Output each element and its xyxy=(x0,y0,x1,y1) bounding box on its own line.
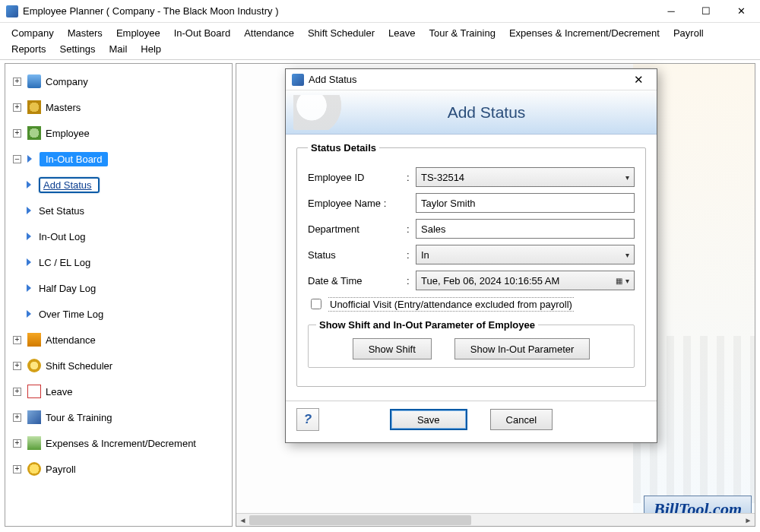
minimize-button[interactable]: ─ xyxy=(654,0,689,23)
expand-icon[interactable]: + xyxy=(13,413,21,422)
arrow-icon xyxy=(27,207,31,214)
tree-node-payroll[interactable]: +Payroll xyxy=(10,456,229,482)
collapse-icon[interactable]: – xyxy=(13,155,21,163)
window-title: Employee Planner ( Company - The Black M… xyxy=(23,5,654,17)
scroll-right-icon[interactable]: ► xyxy=(742,514,755,527)
close-button[interactable]: ✕ xyxy=(724,0,758,23)
tree-node-inout-board[interactable]: –In-Out Board xyxy=(10,146,229,172)
tree-node-add-status[interactable]: Add Status xyxy=(24,172,229,198)
tree-node-tour-training[interactable]: +Tour & Training xyxy=(10,404,229,430)
label-status: Status xyxy=(308,249,407,261)
tree-node-inout-log[interactable]: In-Out Log xyxy=(24,223,229,249)
maximize-button[interactable]: ☐ xyxy=(689,0,724,23)
employee-name-input[interactable] xyxy=(416,193,635,213)
tree-label: Leave xyxy=(46,386,72,397)
inner-fieldset-legend: Show Shift and In-Out Parameter of Emplo… xyxy=(316,319,538,331)
company-icon xyxy=(27,74,41,88)
menu-attendance[interactable]: Attendance xyxy=(237,25,301,41)
chevron-down-icon: ▾ xyxy=(625,277,629,285)
show-shift-fieldset: Show Shift and In-Out Parameter of Emplo… xyxy=(308,319,635,368)
employee-id-select[interactable]: TS-32514 ▾ xyxy=(416,167,635,187)
menu-expenses[interactable]: Expenses & Increment/Decrement xyxy=(502,25,667,41)
show-shift-button[interactable]: Show Shift xyxy=(353,338,432,359)
tree-label: Expenses & Increment/Decrement xyxy=(46,438,196,449)
unofficial-visit-checkbox[interactable] xyxy=(311,299,321,309)
expand-icon[interactable]: + xyxy=(13,362,21,370)
status-select[interactable]: In ▾ xyxy=(416,245,635,264)
tree-node-lc-el-log[interactable]: LC / EL Log xyxy=(24,249,229,275)
arrow-icon xyxy=(27,258,31,266)
chevron-down-icon: ▾ xyxy=(625,251,629,259)
tree-label: Payroll xyxy=(46,464,76,475)
expand-icon[interactable]: + xyxy=(13,103,21,112)
menu-employee[interactable]: Employee xyxy=(109,25,167,41)
tree-label: Tour & Training xyxy=(46,412,112,423)
app-icon xyxy=(6,5,18,17)
shift-icon xyxy=(27,359,41,372)
tree-node-masters[interactable]: +Masters xyxy=(10,94,229,120)
tree-node-half-day-log[interactable]: Half Day Log xyxy=(24,275,229,301)
department-input[interactable] xyxy=(416,219,635,239)
dialog-banner: Add Status xyxy=(286,90,657,135)
menu-settings[interactable]: Settings xyxy=(53,41,103,57)
tour-icon xyxy=(27,410,41,424)
tree-node-company[interactable]: +Company xyxy=(10,68,229,94)
tree-node-attendance[interactable]: +Attendance xyxy=(10,327,229,353)
tree-label: In-Out Log xyxy=(39,231,85,242)
arrow-icon xyxy=(27,181,31,188)
expenses-icon xyxy=(27,436,41,450)
tree-node-shift-scheduler[interactable]: +Shift Scheduler xyxy=(10,353,229,378)
help-button[interactable]: ? xyxy=(296,408,319,431)
horizontal-scrollbar[interactable]: ◄ ► xyxy=(236,513,755,526)
status-details-fieldset: Status Details Employee ID : TS-32514 ▾ … xyxy=(296,142,646,387)
expand-icon[interactable]: + xyxy=(13,78,21,86)
arrow-icon xyxy=(27,233,31,240)
menu-leave[interactable]: Leave xyxy=(382,25,422,41)
menu-company[interactable]: Company xyxy=(5,25,61,41)
label-department: Department xyxy=(308,223,407,235)
navigation-tree-panel: +Company +Masters +Employee –In-Out Boar… xyxy=(5,63,233,527)
tree-label: Masters xyxy=(46,102,81,113)
menu-help[interactable]: Help xyxy=(134,41,168,57)
tree-node-leave[interactable]: +Leave xyxy=(10,378,229,404)
label-employee-id: Employee ID xyxy=(308,172,407,183)
window-titlebar: Employee Planner ( Company - The Black M… xyxy=(0,0,760,23)
arrow-icon xyxy=(27,284,31,292)
status-value: In xyxy=(421,249,429,261)
tree-node-set-status[interactable]: Set Status xyxy=(24,198,229,223)
show-inout-parameter-button[interactable]: Show In-Out Parameter xyxy=(454,338,591,359)
menu-masters[interactable]: Masters xyxy=(61,25,109,41)
expand-icon[interactable]: + xyxy=(13,336,21,344)
tree-label: Over Time Log xyxy=(39,309,103,320)
attendance-icon xyxy=(27,333,41,347)
dialog-icon xyxy=(292,74,304,86)
tree-label: LC / EL Log xyxy=(39,257,90,268)
expand-icon[interactable]: + xyxy=(13,129,21,138)
scroll-left-icon[interactable]: ◄ xyxy=(236,514,249,527)
banner-art-icon xyxy=(293,95,354,130)
datetime-value: Tue, Feb 06, 2024 10:16:55 AM xyxy=(421,275,559,287)
expand-icon[interactable]: + xyxy=(13,439,21,448)
scroll-thumb[interactable] xyxy=(249,515,471,525)
menu-shift-scheduler[interactable]: Shift Scheduler xyxy=(301,25,382,41)
expand-icon[interactable]: + xyxy=(13,465,21,473)
datetime-picker[interactable]: Tue, Feb 06, 2024 10:16:55 AM ▦▾ xyxy=(416,271,635,290)
menu-mail[interactable]: Mail xyxy=(103,41,135,57)
dialog-close-button[interactable]: ✕ xyxy=(623,69,654,90)
masters-icon xyxy=(27,100,41,114)
menu-bar: Company Masters Employee In-Out Board At… xyxy=(0,23,760,60)
menu-payroll[interactable]: Payroll xyxy=(667,25,711,41)
menu-inout-board[interactable]: In-Out Board xyxy=(167,25,237,41)
arrow-icon xyxy=(27,310,31,318)
tree-node-over-time-log[interactable]: Over Time Log xyxy=(24,301,229,327)
menu-reports[interactable]: Reports xyxy=(5,41,53,57)
menu-tour-training[interactable]: Tour & Training xyxy=(423,25,502,41)
tree-label: Set Status xyxy=(39,205,84,217)
cancel-button[interactable]: Cancel xyxy=(490,409,553,430)
label-employee-name: Employee Name : xyxy=(308,198,407,209)
tree-node-employee[interactable]: +Employee xyxy=(10,120,229,146)
save-button[interactable]: Save xyxy=(390,409,467,430)
expand-icon[interactable]: + xyxy=(13,388,21,396)
tree-node-expenses[interactable]: +Expenses & Increment/Decrement xyxy=(10,430,229,456)
navigation-tree: +Company +Masters +Employee –In-Out Boar… xyxy=(8,68,229,482)
